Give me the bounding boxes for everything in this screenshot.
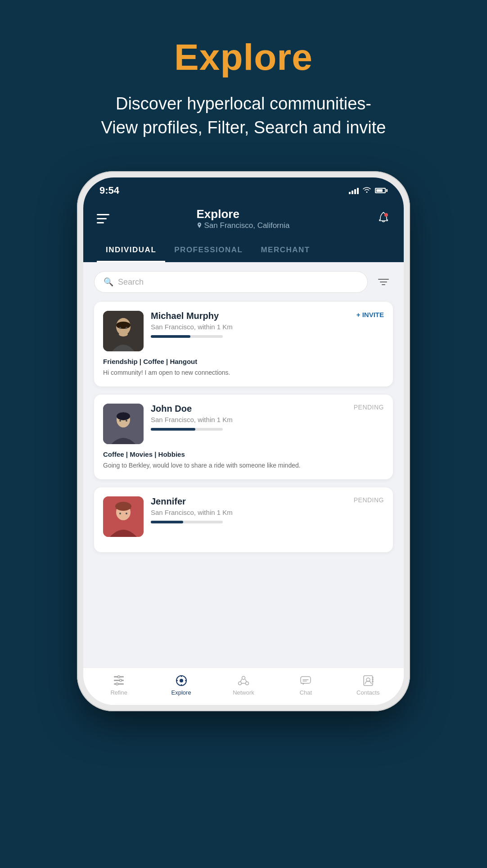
promo-section: Explore Discover hyperlocal communities-… [0, 0, 487, 158]
pending-label: PENDING [354, 404, 384, 411]
svg-point-39 [245, 682, 248, 685]
header-title-area: Explore San Francisco, California [197, 207, 290, 230]
svg-point-29 [120, 679, 122, 682]
tab-merchant[interactable]: MERCHANT [252, 239, 319, 262]
svg-point-7 [116, 322, 131, 329]
card-info: John Doe San Francisco, within 1 Km [151, 404, 384, 431]
card-info: Michael Murphy San Francisco, within 1 K… [151, 311, 384, 338]
nav-item-contacts[interactable]: Contacts [350, 674, 386, 696]
svg-point-15 [119, 420, 121, 422]
card-top: Jennifer San Francisco, within 1 Km PEND… [103, 496, 384, 537]
status-time: 9:54 [99, 185, 119, 196]
profile-card: Michael Murphy San Francisco, within 1 K… [94, 302, 393, 386]
app-location: San Francisco, California [197, 221, 290, 230]
page-title: Explore [174, 36, 313, 78]
signal-bars-icon [349, 187, 359, 194]
progress-bar [151, 335, 223, 338]
svg-point-38 [238, 682, 241, 685]
avatar [103, 496, 144, 537]
search-bar[interactable]: 🔍 Search [94, 271, 368, 293]
tab-bar: INDIVIDUAL PROFESSIONAL MERCHANT [83, 239, 404, 262]
profile-name: John Doe [151, 404, 384, 414]
nav-item-refine[interactable]: Refine [101, 674, 137, 696]
profile-tags: Coffee | Movies | Hobbies [103, 450, 384, 458]
profile-location: San Francisco, within 1 Km [151, 323, 384, 331]
bottom-nav: Refine Explore [83, 668, 404, 705]
wifi-icon [362, 186, 371, 195]
avatar [103, 404, 144, 444]
network-label: Network [233, 689, 254, 696]
invite-button[interactable]: + INVITE [356, 311, 384, 318]
avatar-image [103, 311, 144, 351]
refine-icon [113, 674, 125, 687]
svg-line-40 [240, 679, 242, 682]
pending-label: PENDING [354, 496, 384, 504]
content-area: 🔍 Search [83, 262, 404, 668]
app-header: Explore San Francisco, California [83, 201, 404, 239]
svg-point-10 [119, 327, 121, 329]
progress-fill [151, 335, 190, 338]
chat-icon [299, 674, 312, 687]
progress-fill [151, 428, 195, 431]
svg-point-32 [180, 679, 183, 682]
svg-point-37 [242, 677, 245, 680]
phone-mockup: 9:54 [77, 171, 410, 711]
profile-location: San Francisco, within 1 Km [151, 416, 384, 423]
profile-bio: Going to Berkley, would love to share a … [103, 461, 384, 470]
svg-point-16 [126, 420, 127, 422]
status-icons [349, 186, 388, 195]
profile-bio: Hi community! I am open to new connectio… [103, 368, 384, 377]
avatar [103, 311, 144, 351]
search-placeholder: Search [118, 277, 144, 287]
search-icon: 🔍 [104, 277, 113, 287]
location-pin-icon [197, 223, 202, 229]
progress-fill [151, 521, 183, 523]
svg-point-11 [126, 327, 127, 329]
progress-bar [151, 428, 223, 431]
tab-individual[interactable]: INDIVIDUAL [97, 239, 165, 262]
bell-icon [377, 211, 390, 225]
svg-point-0 [198, 224, 200, 225]
card-top: Michael Murphy San Francisco, within 1 K… [103, 311, 384, 351]
page-subtitle: Discover hyperlocal communities-View pro… [101, 92, 386, 140]
card-info: Jennifer San Francisco, within 1 Km [151, 496, 384, 523]
svg-point-19 [115, 502, 131, 511]
svg-line-41 [245, 679, 247, 682]
nav-item-explore[interactable]: Explore [163, 674, 199, 696]
battery-icon [375, 188, 388, 193]
search-row: 🔍 Search [94, 271, 393, 293]
filter-button[interactable] [374, 273, 393, 291]
menu-button[interactable] [97, 214, 109, 223]
network-icon [237, 674, 250, 687]
svg-point-9 [119, 332, 128, 336]
nav-item-chat[interactable]: Chat [288, 674, 324, 696]
avatar-image [103, 404, 144, 444]
svg-point-30 [116, 683, 118, 685]
svg-point-14 [117, 412, 130, 420]
avatar-image [103, 496, 144, 537]
refine-label: Refine [110, 689, 127, 696]
notification-button[interactable] [377, 211, 390, 227]
svg-point-28 [118, 676, 120, 678]
profile-name: Jennifer [151, 496, 384, 507]
filter-icon [377, 276, 390, 288]
contacts-icon [362, 674, 374, 687]
tab-professional[interactable]: PROFESSIONAL [165, 239, 252, 262]
profile-location: San Francisco, within 1 Km [151, 509, 384, 516]
card-top: John Doe San Francisco, within 1 Km PEND… [103, 404, 384, 444]
svg-point-21 [126, 513, 127, 514]
profile-card: Jennifer San Francisco, within 1 Km PEND… [94, 487, 393, 552]
contacts-label: Contacts [356, 689, 379, 696]
explore-icon [175, 674, 188, 687]
notch [203, 177, 284, 194]
svg-point-20 [119, 513, 121, 514]
profile-tags: Friendship | Coffee | Hangout [103, 358, 384, 365]
profile-name: Michael Murphy [151, 311, 384, 321]
progress-bar [151, 521, 223, 523]
app-title: Explore [197, 207, 239, 221]
svg-point-1 [384, 213, 388, 217]
nav-item-network[interactable]: Network [225, 674, 262, 696]
profile-card: John Doe San Francisco, within 1 Km PEND… [94, 395, 393, 479]
chat-label: Chat [300, 689, 312, 696]
explore-label: Explore [171, 689, 191, 696]
